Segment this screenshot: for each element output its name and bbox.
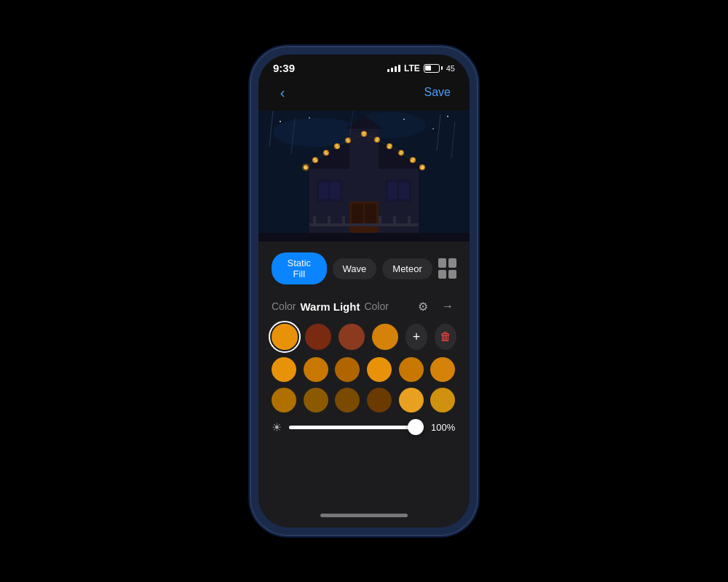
svg-rect-22 xyxy=(313,216,316,226)
randomize-icon[interactable]: ⚙ xyxy=(414,298,432,315)
arrow-right-icon[interactable]: → xyxy=(439,298,456,315)
svg-rect-16 xyxy=(319,182,328,199)
palette-swatch-6[interactable] xyxy=(272,388,296,412)
svg-point-7 xyxy=(447,116,448,117)
svg-point-5 xyxy=(403,119,405,120)
save-button[interactable]: Save xyxy=(419,83,456,102)
grid-view-button[interactable] xyxy=(438,258,456,279)
palette-swatch-10[interactable] xyxy=(399,388,424,412)
palette-swatch-2[interactable] xyxy=(335,357,360,382)
house-preview-image xyxy=(258,111,470,242)
svg-rect-28 xyxy=(258,233,470,242)
tab-static-fill[interactable]: Static Fill xyxy=(272,252,327,284)
palette-swatch-4[interactable] xyxy=(399,357,424,382)
color-label-left: Color xyxy=(272,300,296,312)
palette-swatch-5[interactable] xyxy=(430,357,455,382)
back-button[interactable]: ‹ xyxy=(272,81,293,103)
lte-label: LTE xyxy=(404,63,420,73)
brightness-icon: ☀ xyxy=(272,420,282,434)
tab-meteor[interactable]: Meteor xyxy=(382,258,432,279)
selected-swatches-row: + 🗑 xyxy=(272,324,456,350)
brightness-value: 100% xyxy=(431,422,456,433)
svg-rect-14 xyxy=(365,204,376,226)
palette-grid xyxy=(272,357,456,412)
home-indicator xyxy=(320,514,408,517)
palette-swatch-9[interactable] xyxy=(367,388,392,412)
back-chevron-icon: ‹ xyxy=(280,84,285,101)
palette-swatch-11[interactable] xyxy=(430,388,455,412)
color-header: Color Warm Light Color ⚙ → xyxy=(272,298,456,315)
status-right: LTE 45 xyxy=(387,63,455,73)
svg-rect-21 xyxy=(309,223,419,226)
palette-swatch-7[interactable] xyxy=(304,388,328,412)
signal-bars xyxy=(387,65,400,72)
status-bar: 9:39 LTE 45 xyxy=(258,55,470,78)
svg-rect-13 xyxy=(352,204,363,226)
svg-rect-23 xyxy=(328,216,331,226)
palette-swatch-1[interactable] xyxy=(304,357,328,382)
phone-screen: 9:39 LTE 45 ‹ xyxy=(258,55,470,527)
palette-swatch-0[interactable] xyxy=(272,357,296,382)
swatch-1[interactable] xyxy=(305,324,331,350)
brightness-slider[interactable] xyxy=(289,420,424,434)
palette-swatch-3[interactable] xyxy=(367,357,392,382)
swatch-2[interactable] xyxy=(339,324,365,350)
add-color-button[interactable]: + xyxy=(405,324,427,350)
mode-tabs: Static Fill Wave Meteor xyxy=(272,252,456,284)
palette-swatch-8[interactable] xyxy=(335,388,360,412)
svg-point-6 xyxy=(432,128,434,129)
battery-percent: 45 xyxy=(446,64,455,73)
svg-point-4 xyxy=(309,117,310,119)
svg-rect-17 xyxy=(330,182,340,199)
color-actions: ⚙ → xyxy=(414,298,456,315)
color-label-right: Color xyxy=(364,300,388,312)
svg-rect-25 xyxy=(379,216,381,226)
swatch-3[interactable] xyxy=(372,324,398,350)
phone-frame: 9:39 LTE 45 ‹ xyxy=(251,47,477,535)
svg-rect-26 xyxy=(393,216,396,226)
svg-rect-24 xyxy=(342,216,345,226)
color-preset-name: Warm Light xyxy=(300,300,360,313)
delete-color-button[interactable]: 🗑 xyxy=(435,324,456,350)
battery xyxy=(424,64,443,73)
svg-rect-27 xyxy=(408,216,411,226)
house-svg xyxy=(258,111,470,242)
swatch-selected-0[interactable] xyxy=(272,324,298,350)
content-area: Static Fill Wave Meteor Color Warm Light… xyxy=(258,242,470,505)
tab-wave[interactable]: Wave xyxy=(333,258,377,279)
top-nav: ‹ Save xyxy=(258,78,470,111)
svg-point-3 xyxy=(280,121,281,122)
svg-rect-20 xyxy=(399,182,409,199)
svg-rect-19 xyxy=(388,182,397,199)
status-time: 9:39 xyxy=(273,62,295,74)
brightness-row: ☀ 100% xyxy=(272,420,456,434)
